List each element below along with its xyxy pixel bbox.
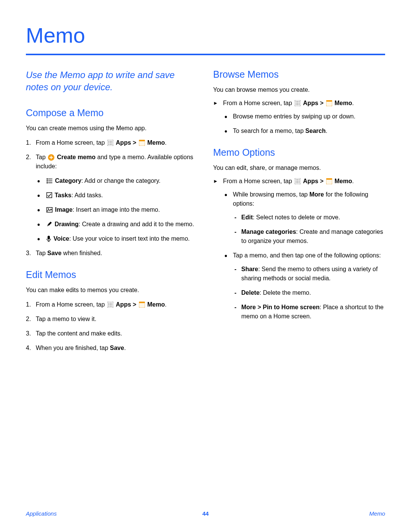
- text: From a Home screen, tap: [36, 301, 107, 308]
- edit-lead: You can make edits to memos you create.: [26, 286, 198, 295]
- title-rule: [26, 54, 385, 55]
- memo-icon: [326, 100, 332, 106]
- sep: >: [131, 139, 138, 146]
- text: Tap a memo, and then tap one of the foll…: [233, 252, 381, 259]
- category-icon: [46, 178, 53, 184]
- heading-compose: Compose a Memo: [26, 107, 198, 118]
- right-column: Browse Memos You can browse memos you cr…: [213, 69, 385, 358]
- plus-icon: [48, 154, 54, 161]
- options-steps: From a Home screen, tap Apps > Memo. Whi…: [213, 178, 385, 321]
- apps-label: Apps: [303, 100, 318, 106]
- edit-steps: From a Home screen, tap Apps > Memo. Tap…: [26, 300, 198, 353]
- desc: : Use your voice to insert text into the…: [69, 235, 190, 242]
- text: To search for a memo, tap: [233, 128, 305, 134]
- footer-page-number: 44: [202, 510, 209, 517]
- opt-drawing: Drawing: Create a drawing and add it to …: [36, 220, 198, 229]
- edit-step-4: When you are finished, tap Save.: [26, 343, 198, 353]
- edit-step-2: Tap a memo to view it.: [26, 315, 198, 324]
- memo-icon: [326, 178, 332, 184]
- label: Share: [241, 266, 258, 272]
- options-step-1: From a Home screen, tap Apps > Memo. Whi…: [213, 178, 385, 321]
- more-label: More: [309, 191, 324, 198]
- save-label: Save: [110, 345, 124, 351]
- desc: : Select notes to delete or move.: [253, 214, 340, 220]
- heading-browse: Browse Memos: [213, 69, 385, 80]
- opt-share: Share: Send the memo to others using a v…: [233, 265, 385, 283]
- save-label: Save: [47, 250, 61, 256]
- search-label: Search: [305, 128, 325, 134]
- text: Tap: [36, 250, 47, 256]
- opt-edit: Edit: Select notes to delete or move.: [233, 213, 385, 222]
- opt-delete: Delete: Delete the memo.: [233, 288, 385, 297]
- memo-label: Memo: [335, 100, 352, 106]
- opt-category: Category: Add or change the category.: [36, 176, 198, 185]
- text: .: [326, 128, 327, 134]
- heading-memo-options: Memo Options: [213, 147, 385, 158]
- content-columns: Use the Memo app to write and save notes…: [26, 69, 385, 358]
- label: Manage categories: [241, 228, 296, 235]
- compose-lead: You can create memos using the Memo app.: [26, 124, 198, 133]
- heading-edit: Edit Memos: [26, 269, 198, 280]
- sep: >: [318, 178, 325, 184]
- label: Category: [55, 177, 81, 184]
- compose-step-3: Tap Save when finished.: [26, 249, 198, 258]
- browse-lead: You can browse memos you create.: [213, 85, 385, 94]
- desc: : Delete the memo.: [260, 289, 311, 296]
- apps-label: Apps: [116, 301, 131, 308]
- label: Voice: [53, 235, 69, 242]
- compose-step-1: From a Home screen, tap Apps > Memo.: [26, 138, 198, 147]
- label: Image: [55, 206, 72, 213]
- options-b1: While browsing memos, tap More for the f…: [223, 190, 385, 246]
- text: .: [124, 345, 126, 351]
- memo-label: Memo: [335, 178, 352, 184]
- desc: : Create a drawing and add it to the mem…: [79, 221, 194, 227]
- apps-icon: [107, 140, 113, 146]
- memo-icon: [139, 140, 145, 146]
- compose-step-2: Tap Create memo and type a memo. Availab…: [26, 153, 198, 243]
- desc: : Add tasks.: [72, 192, 103, 198]
- left-column: Use the Memo app to write and save notes…: [26, 69, 198, 358]
- browse-step-1: From a Home screen, tap Apps > Memo. Bro…: [213, 100, 385, 136]
- desc: : Add or change the category.: [81, 177, 161, 184]
- text: From a Home screen, tap: [223, 178, 294, 184]
- options-lead: You can edit, share, or manage memos.: [213, 163, 385, 173]
- opt-voice: Voice: Use your voice to insert text int…: [36, 234, 198, 243]
- text: From a Home screen, tap: [36, 139, 107, 146]
- apps-label: Apps: [116, 139, 131, 146]
- footer-right: Memo: [369, 510, 385, 517]
- label: More > Pin to Home screen: [241, 304, 320, 310]
- memo-label: Memo: [147, 139, 165, 146]
- tap-options: Share: Send the memo to others using a v…: [233, 265, 385, 321]
- sep: >: [318, 100, 325, 106]
- text: When you are finished, tap: [36, 345, 110, 351]
- browse-b1: Browse memo entries by swiping up or dow…: [223, 112, 385, 121]
- apps-icon: [295, 100, 301, 106]
- opt-image: Image: Insert an image into the memo.: [36, 205, 198, 214]
- tasks-icon: [46, 192, 52, 198]
- text: While browsing memos, tap: [233, 191, 309, 198]
- apps-label: Apps: [303, 178, 318, 184]
- text: From a Home screen, tap: [223, 100, 294, 106]
- opt-tasks: Tasks: Add tasks.: [36, 191, 198, 200]
- browse-steps: From a Home screen, tap Apps > Memo. Bro…: [213, 100, 385, 136]
- label: Edit: [241, 214, 253, 220]
- browse-bullets: Browse memo entries by swiping up or dow…: [223, 112, 385, 136]
- memo-label: Memo: [147, 301, 165, 308]
- image-icon: [46, 207, 53, 212]
- page: Memo Use the Memo app to write and save …: [0, 0, 411, 532]
- edit-step-3: Tap the content and make edits.: [26, 329, 198, 338]
- page-title: Memo: [26, 23, 385, 48]
- label: Drawing: [54, 221, 78, 227]
- edit-step-1: From a Home screen, tap Apps > Memo.: [26, 300, 198, 309]
- sep: >: [131, 301, 138, 308]
- desc: : Send the memo to others using a variet…: [241, 266, 378, 281]
- apps-icon: [295, 178, 301, 184]
- page-footer: Applications 44 Memo: [26, 510, 385, 517]
- browse-b2: To search for a memo, tap Search.: [223, 126, 385, 136]
- compose-options: Category: Add or change the category. Ta…: [36, 176, 198, 243]
- drawing-icon: [46, 221, 52, 227]
- label: Delete: [241, 289, 260, 296]
- intro-text: Use the Memo app to write and save notes…: [26, 69, 198, 94]
- options-b2: Tap a memo, and then tap one of the foll…: [223, 251, 385, 321]
- apps-icon: [107, 302, 113, 308]
